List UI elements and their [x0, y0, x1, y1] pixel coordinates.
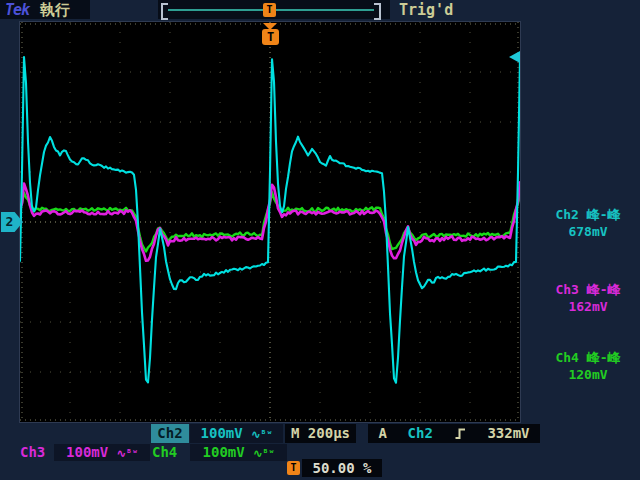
run-status-label: 執行: [40, 1, 70, 20]
main-timebase-prefix: M: [291, 425, 299, 441]
measurement-value: 678mV: [536, 223, 640, 240]
rising-edge-icon: [454, 427, 467, 440]
bandwidth-limit-icon: ᴮʷ: [260, 429, 272, 440]
ac-coupling-icon: ∿: [253, 447, 262, 460]
trigger-level-value: 332mV: [487, 424, 529, 443]
ch2-readout-badge: Ch2: [151, 424, 189, 443]
measurement-ch2-peak-to-peak: Ch2 峰-峰 678mV: [536, 206, 640, 240]
trigger-readout: A Ch2 332mV: [368, 424, 540, 443]
trigger-auto-prefix: A: [378, 424, 386, 443]
oscilloscope-display: Tek 執行 Trig'd T T 2 Ch2 峰-峰 678mV Ch3 峰-…: [0, 0, 640, 480]
record-view-right-bracket-icon: [374, 3, 381, 20]
trigger-position-bar-marker-icon[interactable]: T: [263, 3, 276, 17]
trigger-position-icon: T: [287, 461, 300, 475]
timebase-value: 200μs: [308, 425, 350, 441]
ch4-scale-value: 100mV: [203, 444, 245, 460]
trigger-source: Ch2: [408, 424, 433, 443]
measurement-value: 120mV: [536, 366, 640, 383]
ch4-scale-readout: 100mV ∿ᴮʷ: [190, 444, 287, 461]
ch3-scale-readout: 100mV ∿ᴮʷ: [54, 444, 150, 461]
tek-logo: Tek: [5, 1, 29, 19]
ch2-scale-value: 100mV: [201, 425, 243, 441]
waveform-plot: [20, 22, 520, 422]
trace-ch2: [20, 57, 520, 383]
graticule-screen: [20, 22, 520, 422]
ac-coupling-icon: ∿: [251, 428, 260, 441]
record-view-left-bracket-icon: [161, 3, 168, 20]
bandwidth-limit-icon: ᴮʷ: [262, 448, 274, 459]
ch2-scale-readout: 100mV ∿ᴮʷ: [190, 424, 283, 443]
timebase-readout: M 200μs: [285, 424, 356, 443]
trigger-position-flag[interactable]: T: [262, 29, 279, 45]
ch3-scale-value: 100mV: [66, 444, 108, 460]
measurement-label: Ch3 峰-峰: [536, 281, 640, 298]
measurement-label: Ch4 峰-峰: [536, 349, 640, 366]
ch4-readout-label: Ch4: [152, 444, 177, 461]
measurement-ch4-peak-to-peak: Ch4 峰-峰 120mV: [536, 349, 640, 383]
ch3-readout-label: Ch3: [20, 444, 45, 461]
measurement-value: 162mV: [536, 298, 640, 315]
trigger-status-label: Trig'd: [399, 1, 453, 19]
trigger-position-readout: 50.00 %: [302, 459, 382, 477]
measurement-ch3-peak-to-peak: Ch3 峰-峰 162mV: [536, 281, 640, 315]
measurement-label: Ch2 峰-峰: [536, 206, 640, 223]
ac-coupling-icon: ∿: [117, 447, 126, 460]
bandwidth-limit-icon: ᴮʷ: [126, 448, 138, 459]
